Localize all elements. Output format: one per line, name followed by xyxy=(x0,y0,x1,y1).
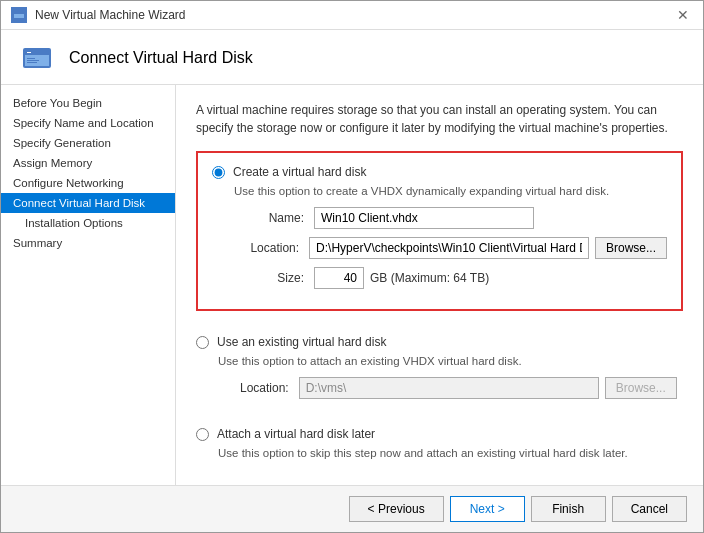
location-label: Location: xyxy=(234,241,299,255)
existing-vhd-desc: Use this option to attach an existing VH… xyxy=(218,355,683,367)
close-button[interactable]: ✕ xyxy=(673,7,693,23)
svg-rect-9 xyxy=(27,62,37,63)
wizard-window: New Virtual Machine Wizard ✕ Connect Vir… xyxy=(0,0,704,533)
attach-later-section: Attach a virtual hard disk later Use thi… xyxy=(196,417,683,479)
attach-later-desc: Use this option to skip this step now an… xyxy=(218,447,683,459)
sidebar-item-specify-name[interactable]: Specify Name and Location xyxy=(1,113,175,133)
page-header: Connect Virtual Hard Disk xyxy=(1,30,703,85)
page-title: Connect Virtual Hard Disk xyxy=(69,49,253,67)
existing-vhd-radio[interactable] xyxy=(196,336,209,349)
size-input[interactable] xyxy=(314,267,364,289)
svg-rect-2 xyxy=(14,12,24,14)
create-vhd-radio[interactable] xyxy=(212,166,225,179)
sidebar: Before You Begin Specify Name and Locati… xyxy=(1,85,176,485)
existing-browse-button[interactable]: Browse... xyxy=(605,377,677,399)
svg-rect-7 xyxy=(27,58,35,59)
existing-vhd-section: Use an existing virtual hard disk Use th… xyxy=(196,325,683,409)
size-label: Size: xyxy=(234,271,304,285)
create-vhd-desc: Use this option to create a VHDX dynamic… xyxy=(234,185,667,197)
next-button[interactable]: Next > xyxy=(450,496,525,522)
existing-location-input[interactable] xyxy=(299,377,599,399)
description-text: A virtual machine requires storage so th… xyxy=(196,101,683,137)
create-vhd-section: Create a virtual hard disk Use this opti… xyxy=(196,151,683,311)
existing-location-row: Location: Browse... xyxy=(240,377,683,399)
cancel-button[interactable]: Cancel xyxy=(612,496,687,522)
title-bar: New Virtual Machine Wizard ✕ xyxy=(1,1,703,30)
existing-location-label: Location: xyxy=(240,381,289,395)
sidebar-item-specify-generation[interactable]: Specify Generation xyxy=(1,133,175,153)
svg-rect-6 xyxy=(27,52,31,53)
create-vhd-label[interactable]: Create a virtual hard disk xyxy=(233,165,366,179)
previous-button[interactable]: < Previous xyxy=(349,496,444,522)
existing-vhd-option-row: Use an existing virtual hard disk xyxy=(196,335,683,349)
location-input[interactable] xyxy=(309,237,589,259)
name-row: Name: xyxy=(234,207,667,229)
header-icon xyxy=(21,42,53,74)
footer: < Previous Next > Finish Cancel xyxy=(1,485,703,532)
sidebar-item-installation-options[interactable]: Installation Options xyxy=(1,213,175,233)
browse-button[interactable]: Browse... xyxy=(595,237,667,259)
sidebar-item-before-you-begin[interactable]: Before You Begin xyxy=(1,93,175,113)
name-label: Name: xyxy=(234,211,304,225)
location-row: Location: Browse... xyxy=(234,237,667,259)
sidebar-item-assign-memory[interactable]: Assign Memory xyxy=(1,153,175,173)
title-bar-left: New Virtual Machine Wizard xyxy=(11,7,186,23)
existing-vhd-label[interactable]: Use an existing virtual hard disk xyxy=(217,335,386,349)
content-area: Before You Begin Specify Name and Locati… xyxy=(1,85,703,485)
attach-later-radio[interactable] xyxy=(196,428,209,441)
attach-later-option-row: Attach a virtual hard disk later xyxy=(196,427,683,441)
size-row: Size: GB (Maximum: 64 TB) xyxy=(234,267,667,289)
sidebar-item-summary[interactable]: Summary xyxy=(1,233,175,253)
main-content: A virtual machine requires storage so th… xyxy=(176,85,703,485)
window-title: New Virtual Machine Wizard xyxy=(35,8,186,22)
sidebar-item-connect-vhd[interactable]: Connect Virtual Hard Disk xyxy=(1,193,175,213)
create-vhd-option-row: Create a virtual hard disk xyxy=(212,165,667,179)
name-input[interactable] xyxy=(314,207,534,229)
sidebar-item-configure-networking[interactable]: Configure Networking xyxy=(1,173,175,193)
attach-later-label[interactable]: Attach a virtual hard disk later xyxy=(217,427,375,441)
wizard-icon xyxy=(11,7,27,23)
svg-rect-8 xyxy=(27,60,39,61)
finish-button[interactable]: Finish xyxy=(531,496,606,522)
size-unit: GB (Maximum: 64 TB) xyxy=(370,271,489,285)
